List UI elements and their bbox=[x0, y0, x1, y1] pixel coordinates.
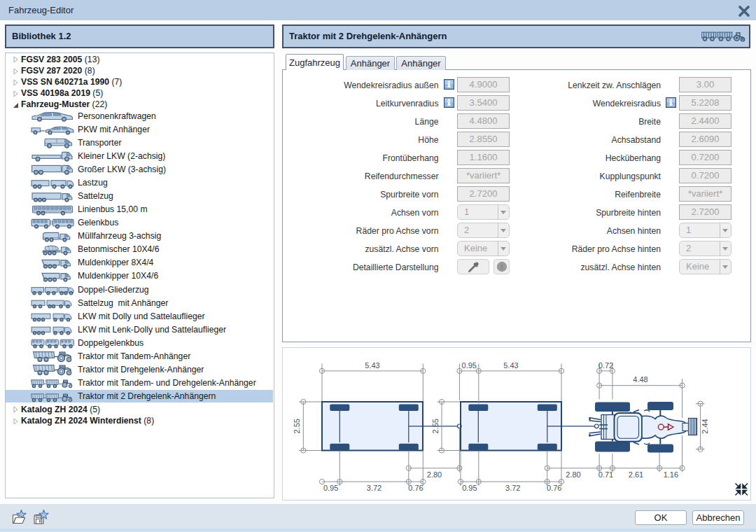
svg-text:2.55: 2.55 bbox=[431, 419, 440, 433]
svg-text:0.95: 0.95 bbox=[323, 484, 338, 492]
svg-text:0.95: 0.95 bbox=[462, 361, 477, 370]
svg-text:5.43: 5.43 bbox=[365, 361, 379, 370]
svg-text:3.72: 3.72 bbox=[505, 484, 520, 492]
svg-text:0.76: 0.76 bbox=[547, 484, 561, 492]
svg-text:0.76: 0.76 bbox=[408, 484, 423, 492]
svg-text:0.95: 0.95 bbox=[462, 484, 477, 492]
svg-text:2.55: 2.55 bbox=[293, 419, 302, 433]
svg-text:2.80: 2.80 bbox=[566, 470, 580, 479]
svg-text:3.72: 3.72 bbox=[367, 484, 382, 492]
svg-text:1.16: 1.16 bbox=[664, 470, 678, 479]
svg-text:0.72: 0.72 bbox=[598, 361, 613, 370]
svg-text:5.43: 5.43 bbox=[503, 361, 518, 370]
svg-text:0.71: 0.71 bbox=[598, 470, 613, 479]
svg-text:2.44: 2.44 bbox=[701, 419, 709, 433]
svg-text:4.48: 4.48 bbox=[633, 375, 648, 384]
svg-text:2.61: 2.61 bbox=[629, 470, 643, 479]
svg-text:2.80: 2.80 bbox=[427, 470, 442, 479]
